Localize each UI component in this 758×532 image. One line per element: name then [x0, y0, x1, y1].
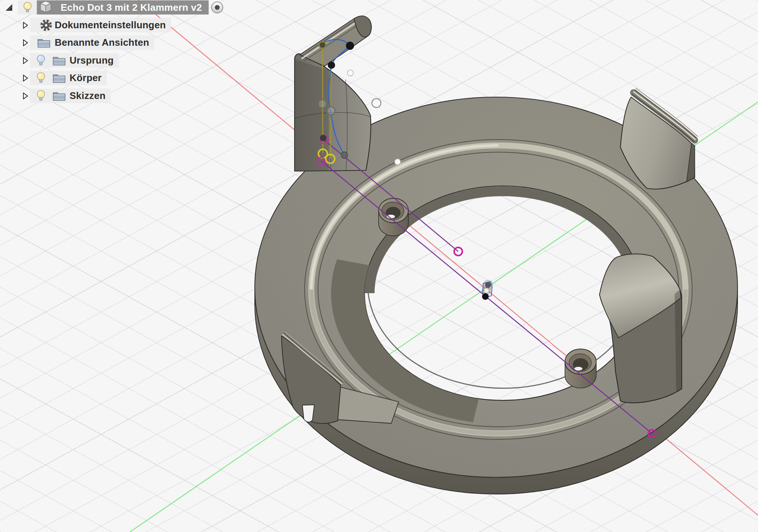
- activate-component-radio[interactable]: [211, 1, 224, 14]
- visibility-bulb-off-icon[interactable]: [33, 54, 49, 67]
- sidebar-item-label: Benannte Ansichten: [55, 37, 149, 48]
- expander-icon[interactable]: [20, 57, 30, 64]
- expander-icon[interactable]: [20, 39, 30, 47]
- sketch-point-white-b[interactable]: [395, 159, 401, 165]
- sketch-point-olive[interactable]: [319, 42, 326, 48]
- root-selected-bar[interactable]: Echo Dot 3 mit 2 Klammern v2: [37, 0, 209, 15]
- sidebar-item-ursprung[interactable]: Ursprung: [0, 53, 119, 68]
- sidebar-item-koerper[interactable]: Körper: [0, 71, 107, 85]
- folder-icon: [49, 55, 70, 66]
- document-title: Echo Dot 3 mit 2 Klammern v2: [61, 2, 202, 13]
- sidebar-item-label: Ursprung: [70, 55, 114, 66]
- expander-icon[interactable]: [20, 92, 30, 100]
- origin-point-gray[interactable]: [485, 282, 491, 288]
- origin-point-white[interactable]: [484, 288, 489, 293]
- screw-boss-lower-right[interactable]: [565, 349, 596, 388]
- folder-icon: [49, 90, 70, 102]
- sidebar-item-label: Dokumenteinstellungen: [55, 19, 166, 31]
- sketch-point-white-a[interactable]: [347, 70, 353, 76]
- model-body[interactable]: [255, 16, 738, 494]
- folder-icon: [49, 73, 70, 84]
- folder-icon: [33, 37, 55, 48]
- root-visibility-bulb-icon[interactable]: [18, 0, 37, 15]
- sidebar-item-label: Körper: [70, 72, 102, 84]
- sidebar-item-skizzen[interactable]: Skizzen: [0, 89, 111, 103]
- visibility-bulb-on-icon[interactable]: [33, 90, 49, 102]
- sketch-point-dark[interactable]: [320, 135, 327, 141]
- browser-root-row[interactable]: Echo Dot 3 mit 2 Klammern v2: [0, 0, 224, 15]
- sidebar-item-benannte-ansichten[interactable]: Benannte Ansichten: [0, 35, 154, 50]
- expander-icon[interactable]: [20, 74, 30, 82]
- component-cube-icon: [39, 0, 52, 15]
- expander-icon[interactable]: [20, 22, 30, 29]
- origin-widget[interactable]: [482, 280, 493, 300]
- sidebar-item-label: Skizzen: [70, 90, 106, 102]
- screw-boss-upper-left[interactable]: [379, 198, 408, 236]
- sketch-circle-white[interactable]: [372, 99, 381, 108]
- gear-icon: [38, 19, 55, 32]
- sketch-circle-gray-b[interactable]: [327, 107, 335, 115]
- sketch-point-gray[interactable]: [341, 152, 348, 158]
- clip-top-shadow: [295, 60, 329, 171]
- sketch-point-black-b[interactable]: [328, 61, 335, 69]
- browser-tree: Echo Dot 3 mit 2 Klammern v2: [0, 0, 260, 112]
- visibility-bulb-on-icon[interactable]: [33, 72, 49, 84]
- sketch-point-black-a[interactable]: [346, 42, 354, 50]
- sidebar-item-dokumenteinstellungen[interactable]: Dokumenteinstellungen: [0, 18, 171, 32]
- sketch-circle-gray-a[interactable]: [318, 100, 327, 108]
- clip-notch: [302, 405, 314, 422]
- origin-point-black[interactable]: [482, 293, 489, 300]
- root-expander-icon[interactable]: [0, 4, 18, 11]
- fusion-window: { "browser": { "root": { "label": "Echo …: [0, 0, 758, 532]
